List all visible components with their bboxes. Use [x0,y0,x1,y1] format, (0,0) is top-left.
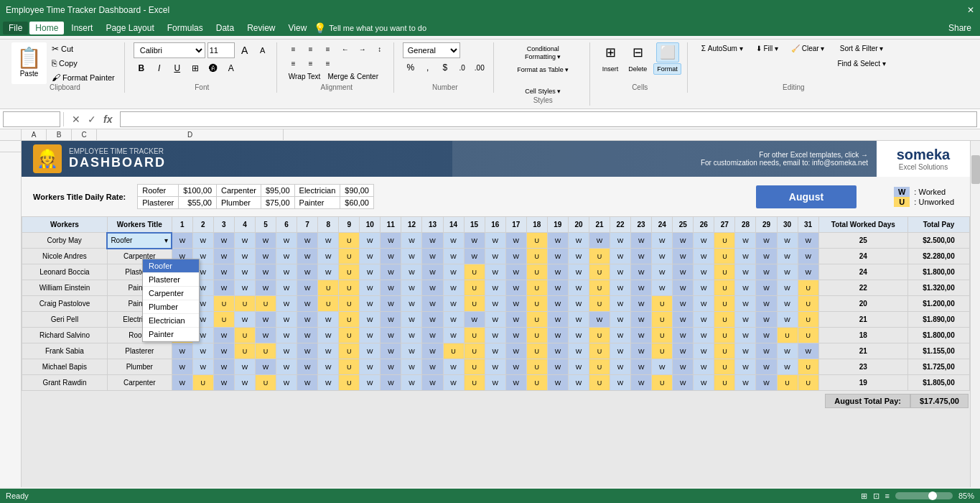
day-cell-6-31[interactable]: U [798,328,818,343]
day-cell-5-20[interactable]: W [568,312,589,328]
day-cell-8-7[interactable]: W [297,359,318,375]
day-cell-2-22[interactable]: W [610,264,631,280]
day-cell-8-25[interactable]: W [673,359,694,375]
day-cell-9-20[interactable]: W [568,375,589,391]
day-cell-0-13[interactable]: W [422,233,443,249]
day-cell-4-12[interactable]: W [401,296,422,312]
day-cell-3-10[interactable]: W [360,280,381,296]
day-cell-0-16[interactable]: W [485,233,505,249]
day-cell-1-15[interactable]: W [464,249,485,264]
day-cell-5-19[interactable]: W [547,312,568,328]
day-cell-7-26[interactable]: W [694,343,714,359]
day-cell-4-7[interactable]: W [297,296,318,312]
clear-btn[interactable]: 🧹 Clear ▾ [786,42,829,55]
percent-btn[interactable]: % [403,60,419,75]
day-cell-6-13[interactable]: W [422,328,443,343]
day-cell-4-8[interactable]: U [318,296,339,312]
day-cell-3-21[interactable]: U [589,280,610,296]
day-cell-0-4[interactable]: W [234,233,255,249]
day-cell-1-9[interactable]: U [339,249,360,264]
day-cell-3-4[interactable]: W [234,280,255,296]
day-cell-2-31[interactable]: W [798,264,818,280]
day-cell-8-13[interactable]: W [422,359,443,375]
day-cell-9-25[interactable]: W [673,375,694,391]
day-cell-1-18[interactable]: U [526,249,547,264]
header-link[interactable]: For other Excel templates, click → [461,151,869,159]
copy-button[interactable]: ⎘ Copy [48,57,118,70]
day-cell-0-21[interactable]: W [589,233,610,249]
day-cell-8-17[interactable]: W [505,359,526,375]
day-cell-5-11[interactable]: W [381,312,401,328]
day-cell-4-17[interactable]: W [505,296,526,312]
day-cell-5-27[interactable]: U [714,312,735,328]
day-cell-1-12[interactable]: W [401,249,422,264]
day-cell-9-14[interactable]: W [443,375,464,391]
day-cell-5-28[interactable]: W [735,312,756,328]
day-cell-8-5[interactable]: W [255,359,276,375]
day-cell-6-4[interactable]: U [234,328,255,343]
dropdown-painter[interactable]: Painter [143,328,199,341]
day-cell-7-16[interactable]: W [485,343,505,359]
day-cell-2-7[interactable]: W [297,264,318,280]
day-cell-8-6[interactable]: W [276,359,297,375]
day-cell-6-24[interactable]: U [652,328,673,343]
font-increase-btn[interactable]: A [237,42,253,58]
day-cell-4-31[interactable]: U [798,296,818,312]
day-cell-4-6[interactable]: W [276,296,297,312]
day-cell-5-30[interactable]: W [777,312,798,328]
day-cell-7-9[interactable]: U [339,343,360,359]
day-cell-5-14[interactable]: W [443,312,464,328]
day-cell-8-22[interactable]: W [610,359,631,375]
worker-title[interactable]: Roofer▾ [107,233,172,249]
day-cell-0-31[interactable]: W [798,233,818,249]
day-cell-7-5[interactable]: U [255,343,276,359]
day-cell-3-28[interactable]: W [735,280,756,296]
day-cell-4-25[interactable]: W [673,296,694,312]
day-cell-3-16[interactable]: W [485,280,505,296]
day-cell-6-12[interactable]: W [401,328,422,343]
day-cell-8-16[interactable]: W [485,359,505,375]
day-cell-9-5[interactable]: U [255,375,276,391]
scroll-thumb[interactable] [971,155,980,184]
day-cell-5-22[interactable]: W [610,312,631,328]
day-cell-6-8[interactable]: W [318,328,339,343]
day-cell-2-28[interactable]: W [735,264,756,280]
day-cell-9-3[interactable]: W [213,375,234,391]
day-cell-1-30[interactable]: W [777,249,798,264]
day-cell-1-23[interactable]: W [631,249,652,264]
day-cell-5-4[interactable]: W [234,312,255,328]
day-cell-9-21[interactable]: U [589,375,610,391]
format-label[interactable]: Format [653,63,681,75]
day-cell-2-24[interactable]: W [652,264,673,280]
day-cell-3-5[interactable]: W [255,280,276,296]
day-cell-3-24[interactable]: W [652,280,673,296]
day-cell-4-18[interactable]: U [526,296,547,312]
day-cell-6-17[interactable]: W [505,328,526,343]
paste-button[interactable]: 📋 Paste [11,42,47,84]
day-cell-8-20[interactable]: W [568,359,589,375]
day-cell-9-9[interactable]: U [339,375,360,391]
day-cell-0-3[interactable]: W [213,233,234,249]
day-cell-9-18[interactable]: U [526,375,547,391]
day-cell-0-28[interactable]: W [735,233,756,249]
day-cell-3-6[interactable]: W [276,280,297,296]
day-cell-0-23[interactable]: W [631,233,652,249]
day-cell-0-14[interactable]: W [443,233,464,249]
cut-button[interactable]: ✂ Cut [48,42,118,55]
day-cell-7-21[interactable]: U [589,343,610,359]
day-cell-2-25[interactable]: W [673,264,694,280]
day-cell-8-14[interactable]: W [443,359,464,375]
day-cell-0-7[interactable]: W [297,233,318,249]
day-cell-2-18[interactable]: U [526,264,547,280]
dropdown-carpenter[interactable]: Carpenter [143,287,199,300]
sort-filter-btn[interactable]: Sort & Filter ▾ [835,42,889,55]
day-cell-4-5[interactable]: U [255,296,276,312]
day-cell-3-20[interactable]: W [568,280,589,296]
day-cell-3-18[interactable]: U [526,280,547,296]
day-cell-7-10[interactable]: W [360,343,381,359]
day-cell-3-27[interactable]: U [714,280,735,296]
day-cell-9-26[interactable]: W [694,375,714,391]
day-cell-0-2[interactable]: W [192,233,213,249]
day-cell-1-3[interactable]: W [213,249,234,264]
day-cell-4-3[interactable]: U [213,296,234,312]
